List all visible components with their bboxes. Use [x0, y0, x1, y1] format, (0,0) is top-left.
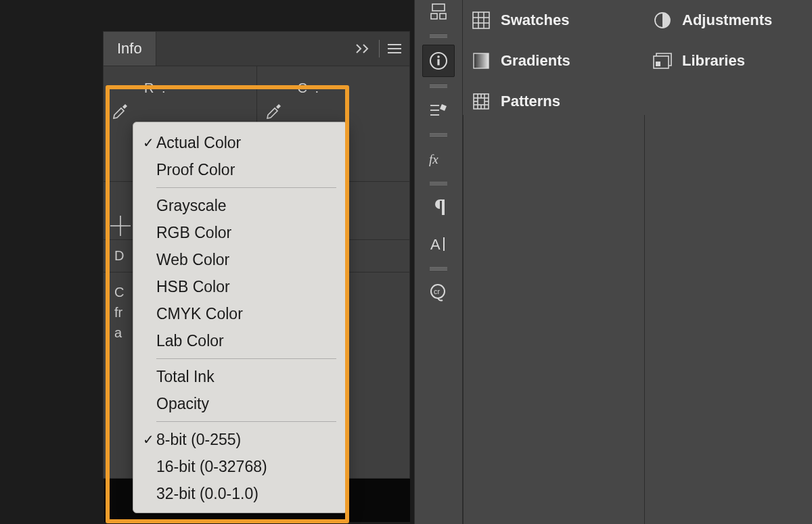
eyedropper-icon[interactable] — [110, 99, 131, 119]
menu-item-label: Lab Color — [156, 331, 224, 350]
menu-item-label: Grayscale — [156, 196, 227, 215]
svg-text:fx: fx — [429, 152, 438, 166]
menu-item-label: RGB Color — [156, 223, 231, 242]
gradients-icon — [471, 51, 491, 71]
panel-item-swatches[interactable]: Swatches — [463, 0, 644, 41]
menu-item-label: HSB Color — [156, 277, 230, 296]
svg-text:A: A — [430, 236, 441, 253]
panel-item-label: Swatches — [501, 11, 570, 29]
swatches-icon — [471, 10, 491, 30]
crosshair-icon — [110, 216, 131, 236]
collapse-button[interactable] — [349, 32, 379, 66]
check-icon: ✓ — [140, 430, 156, 449]
panel-item-adjustments[interactable]: Adjustments — [644, 0, 812, 41]
menu-item-proof-color[interactable]: Proof Color — [133, 156, 347, 183]
menu-item-32bit[interactable]: 32-bit (0.0-1.0) — [133, 480, 347, 507]
menu-separator — [156, 187, 336, 188]
menu-item-grayscale[interactable]: Grayscale — [133, 192, 347, 219]
paragraph-icon[interactable] — [423, 192, 454, 223]
menu-item-opacity[interactable]: Opacity — [133, 390, 347, 417]
cmyk-C-label: C : — [298, 78, 321, 97]
doc-size-label: D — [114, 248, 124, 263]
svg-point-22 — [437, 55, 440, 58]
menu-item-8bit[interactable]: ✓ 8-bit (0-255) — [133, 426, 347, 453]
menu-item-label: Opacity — [156, 394, 209, 413]
adjustments-icon — [652, 10, 673, 30]
panel-item-gradients[interactable]: Gradients — [463, 41, 644, 81]
menu-item-label: 32-bit (0.0-1.0) — [156, 484, 258, 503]
panel-item-label: Gradients — [501, 52, 570, 70]
cc-libraries-icon[interactable]: cr — [423, 277, 454, 308]
menu-item-label: 16-bit (0-32768) — [156, 457, 267, 476]
libraries-icon — [652, 51, 673, 71]
menu-item-label: CMYK Color — [156, 304, 243, 323]
svg-rect-20 — [440, 14, 446, 19]
menu-item-rgb-color[interactable]: RGB Color — [133, 219, 347, 246]
panel-item-libraries[interactable]: Libraries — [644, 41, 812, 81]
collapsed-panel-iconbar: fx A cr — [414, 0, 463, 524]
menu-item-16bit[interactable]: 16-bit (0-32768) — [133, 453, 347, 480]
svg-rect-19 — [431, 14, 437, 19]
menu-item-web-color[interactable]: Web Color — [133, 246, 347, 273]
svg-rect-18 — [432, 4, 445, 11]
panel-item-label: Libraries — [682, 52, 745, 70]
menu-item-label: Actual Color — [156, 133, 241, 152]
menu-item-hsb-color[interactable]: HSB Color — [133, 273, 347, 300]
menu-item-total-ink[interactable]: Total Ink — [133, 363, 347, 390]
svg-text:cr: cr — [434, 287, 441, 295]
menu-item-label: Proof Color — [156, 160, 235, 179]
menu-item-label: Total Ink — [156, 367, 215, 386]
eyedropper-icon[interactable] — [264, 99, 284, 119]
panel-item-label: Adjustments — [682, 11, 772, 29]
svg-rect-5 — [474, 53, 489, 68]
arrange-icon[interactable] — [423, 0, 454, 27]
styles-fx-icon[interactable]: fx — [423, 143, 454, 174]
character-icon[interactable]: A — [423, 229, 454, 260]
rgb-R-label: R : — [144, 78, 168, 97]
menu-separator — [156, 358, 336, 359]
svg-rect-23 — [437, 59, 439, 66]
menu-separator — [156, 421, 336, 422]
info-panel-tabbar: Info — [104, 32, 409, 66]
menu-item-label: Web Color — [156, 250, 229, 269]
svg-rect-17 — [656, 62, 660, 66]
panel-menu-button[interactable] — [380, 32, 409, 66]
menu-item-lab-color[interactable]: Lab Color — [133, 327, 347, 354]
properties-icon[interactable] — [423, 95, 454, 126]
panel-item-patterns[interactable]: Patterns — [463, 81, 644, 122]
menu-item-actual-color[interactable]: ✓ Actual Color — [133, 129, 347, 156]
tab-label: Info — [117, 40, 142, 57]
panel-column-adjustments: Adjustments Libraries — [644, 0, 812, 115]
check-icon: ✓ — [140, 133, 156, 152]
menu-item-cmyk-color[interactable]: CMYK Color — [133, 300, 347, 327]
menu-item-label: 8-bit (0-255) — [156, 430, 241, 449]
tab-info[interactable]: Info — [104, 32, 156, 66]
color-readout-mode-menu: ✓ Actual Color Proof Color Grayscale RGB… — [133, 122, 348, 513]
info-icon[interactable] — [422, 45, 455, 77]
patterns-icon — [471, 91, 491, 112]
panel-column-swatches: Swatches Gradients Patterns — [463, 0, 645, 115]
panel-item-label: Patterns — [501, 93, 560, 110]
svg-rect-0 — [473, 12, 489, 28]
